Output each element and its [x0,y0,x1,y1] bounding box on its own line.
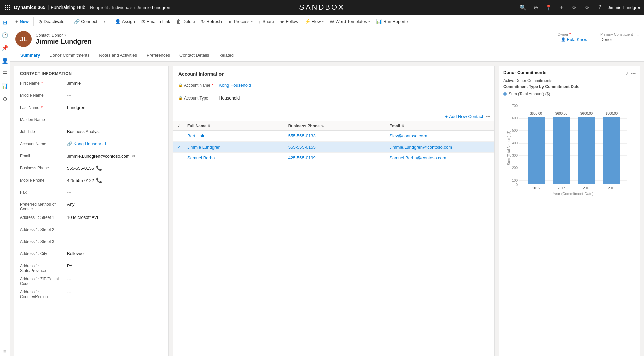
assign-button[interactable]: 👤 Assign [112,17,138,26]
field-value: --- [67,276,163,281]
brand-label[interactable]: Dynamics 365 | Fundraising Hub [14,5,85,10]
tab-preferences[interactable]: Preferences [142,50,175,61]
location-icon[interactable]: 📍 [544,3,553,12]
contact-name-link[interactable]: Jimmie Lundgren [187,145,221,150]
connect-button[interactable]: 🔗 Connect [71,17,100,26]
cell-email: Jimmie.Lundgren@contoso.com [389,145,490,150]
contact-field-row: Mobile Phone425-555-0122📞 [20,177,163,186]
owner-person-icon: 👤 [561,37,566,42]
owner-link[interactable]: Eula Knox [567,37,587,42]
tab-related[interactable]: Related [214,50,238,61]
chart-more-icon[interactable]: ••• [631,71,636,76]
sidebar-icon-list[interactable]: ☰ [0,69,10,78]
app-grid-icon[interactable] [3,3,12,12]
main-area: + New ⊘ Deactivate 🔗 Connect ▾ 👤 Assign [10,15,644,356]
filter-icon[interactable]: ⚙ [569,3,579,12]
contact-field-row: Preferred Method of ContactAny [20,201,163,211]
sidebar-icon-settings[interactable]: ⚙ [0,94,10,104]
tab-summary[interactable]: Summary [15,50,45,61]
field-label: Address 1: ZIP/Postal Code [20,276,67,286]
email-field-icon[interactable]: ✉ [132,153,136,159]
grid-more-options[interactable]: ••• [486,114,490,119]
tab-contact-details[interactable]: Contact Details [175,50,214,61]
refresh-button[interactable]: ↻ Refresh [198,17,225,26]
grid-check-all[interactable]: ✓ [177,123,187,128]
delete-button[interactable]: 🗑 Delete [174,17,198,26]
toolbar-chevron-1[interactable]: ▾ [101,18,108,25]
sidebar-icon-home[interactable]: ⊞ [0,17,10,27]
tab-donor-commitments[interactable]: Donor Commitments [45,50,94,61]
owner-value: ○ 👤 Eula Knox [558,37,587,42]
field-value: Any [67,201,163,207]
breadcrumb-nonprofit[interactable]: Nonprofit [90,5,108,10]
phone-field-icon[interactable]: 📞 [96,165,102,171]
contact-field-row: Last Name *Lundgren [20,104,163,114]
email-link-button[interactable]: ✉ Email a Link [138,17,173,26]
field-link[interactable]: 🔗 Kong Household [67,141,106,146]
contact-email-link[interactable]: Siev@contoso.com [389,133,427,139]
primary-constituent-label: Primary Constituent T... [600,32,639,36]
help-icon[interactable]: ? [595,3,604,12]
sort-phone-icon[interactable]: ⇅ [321,124,324,128]
refresh-nav-icon[interactable]: ⊕ [531,3,540,12]
chart-title-section: Commitment Type by Commitment Date [503,84,636,89]
settings-icon[interactable]: ⚙ [582,3,592,12]
user-label[interactable]: Jimmie Lundgren [608,5,641,10]
sort-email-icon[interactable]: ⇅ [401,124,404,128]
field-value: --- [67,116,163,122]
breadcrumb-individuals[interactable]: Individuals [112,5,132,10]
process-button[interactable]: ► Process ▾ [225,17,255,26]
svg-rect-2 [9,5,10,6]
contact-email-link[interactable]: Jimmie.Lundgren@contoso.com [389,145,452,150]
legend-dot [503,92,507,96]
phone-field-icon[interactable]: 📞 [96,177,102,183]
contact-phone-link[interactable]: 555-555-0155 [288,145,316,150]
contact-field-row: Address 1: Country/Region--- [20,289,163,299]
chart-header-actions: ⤢ ••• [625,71,636,76]
field-value: 🔗 Kong Household [67,141,163,146]
deactivate-button[interactable]: ⊘ Deactivate [36,17,67,26]
owner-label: Owner * [558,32,587,36]
account-info-title: Account Information [178,71,489,77]
tab-notes-activities[interactable]: Notes and Activities [94,50,142,61]
table-row[interactable]: Samuel Barba425-555-0199Samuel.Barba@con… [173,153,494,163]
contact-email-link[interactable]: Samuel.Barba@contoso.com [389,155,446,160]
flow-button[interactable]: ⚡ Flow ▾ [302,17,326,26]
cell-phone: 555-555-0133 [288,133,390,139]
sidebar-icon-chart[interactable]: 📊 [0,81,10,91]
contact-name-link[interactable]: Samuel Barba [187,155,215,160]
cell-fullname: Bert Hair [187,133,288,139]
chevron-down-icon-record[interactable]: ▾ [64,33,66,37]
report-icon: 📊 [376,19,382,24]
table-row[interactable]: ✓Jimmie Lundgren555-555-0155Jimmie.Lundg… [173,142,494,153]
col-fullname: Full Name ⇅ [187,124,288,128]
contact-phone-link[interactable]: 425-555-0199 [288,155,316,160]
app-sidebar: ⊞ 🕐 📌 👤 ☰ 📊 ⚙ ≡ [0,15,10,356]
table-row[interactable]: Bert Hair555-555-0133Siev@contoso.com [173,131,494,142]
sidebar-icon-pinned[interactable]: 📌 [0,43,10,52]
run-report-button[interactable]: 📊 Run Report ▾ [373,17,411,26]
account-name-link[interactable]: Kong Household [219,83,251,88]
share-button[interactable]: ↑ Share [256,17,277,26]
contact-field-row: Job TitleBusiness Analyst [20,128,163,138]
search-icon[interactable]: 🔍 [518,3,528,12]
add-new-contact-button[interactable]: + Add New Contact [445,114,483,119]
record-avatar: JL [15,31,32,47]
sidebar-icon-menu[interactable]: ≡ [0,347,10,356]
svg-text:2018: 2018 [583,186,591,190]
cell-phone: 425-555-0199 [288,155,390,160]
sidebar-icon-contacts[interactable]: 👤 [0,56,10,65]
sort-fullname-icon[interactable]: ⇅ [208,124,210,128]
row-checkbox[interactable]: ✓ [177,144,187,150]
sidebar-icon-recent[interactable]: 🕐 [0,30,10,40]
follow-button[interactable]: ★ Follow [277,17,301,26]
new-button[interactable]: + New [13,17,31,26]
top-navigation: Dynamics 365 | Fundraising Hub Nonprofit… [0,0,644,15]
field-value: 425-555-0122📞 [67,177,163,183]
chart-expand-icon[interactable]: ⤢ [625,71,629,76]
contact-phone-link[interactable]: 555-555-0133 [288,133,316,139]
add-nav-icon[interactable]: + [557,3,566,12]
word-templates-button[interactable]: W Word Templates ▾ [327,17,373,26]
owner-circle-icon: ○ [558,38,560,41]
contact-name-link[interactable]: Bert Hair [187,133,204,139]
